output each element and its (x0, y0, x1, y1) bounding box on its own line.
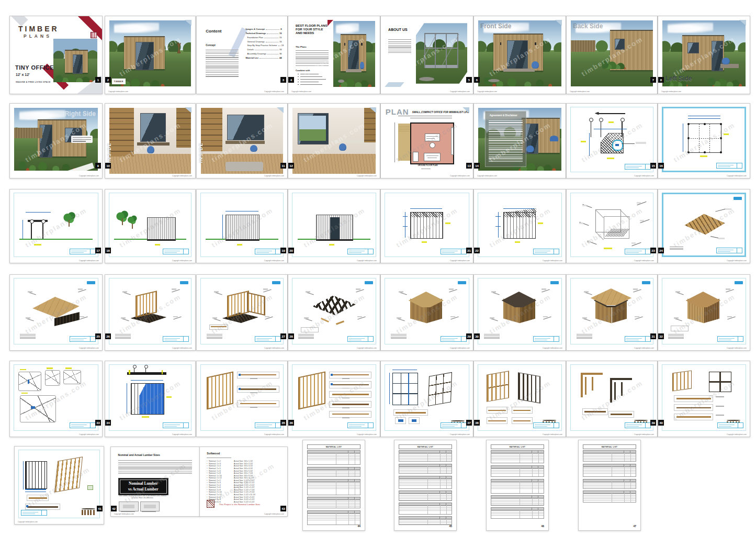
mark (645, 337, 646, 341)
leader-label (173, 316, 178, 318)
mark (442, 252, 455, 253)
page-right-side[interactable]: Right Sidetimberplans.comCopyright timbe… (9, 103, 103, 179)
page-step-roof[interactable]: timberplans.comCopyright timberplans.com (566, 274, 658, 351)
page-nominal-lumber[interactable]: Nominal and Actual Lumber SizesNominal L… (110, 447, 200, 517)
drawing-frame (292, 364, 376, 431)
page-step-sheathing-2[interactable]: timberplans.comCopyright timberplans.com (473, 274, 566, 351)
page-assembly-parts[interactable]: timberplans.comCopyright timberplans.com (658, 361, 750, 437)
drawing-frame (662, 278, 746, 344)
page-foundation-plan[interactable]: timberplans.comCopyright timberplans.com (658, 103, 750, 179)
page-front-side[interactable]: Front Sidetimberplans.comCopyright timbe… (473, 16, 566, 94)
page-insulation[interactable]: timberplans.comCopyright timberplans.com (105, 361, 196, 437)
page-exterior-photo[interactable]: TIMBERtimberplans.comCopyright timberpla… (105, 16, 196, 94)
lumber-part (332, 404, 369, 405)
yellow-label (166, 396, 172, 398)
toc-leader (259, 58, 278, 59)
stud-cap (543, 420, 556, 421)
lumber-banner: Nominal Lumbervs Actual Lumber (118, 478, 169, 495)
page-assembly-corner[interactable]: timberplans.comCopyright timberplans.com (566, 361, 658, 437)
page-plan[interactable]: PLANSMALL,COMPACT OFFICE FOR MINIMALIST … (380, 103, 473, 179)
page-assembly-walls-4[interactable]: timberplans.comCopyright timberplans.com (473, 361, 566, 437)
yellow-label (604, 248, 612, 249)
leader-label (674, 317, 679, 319)
leader-label (122, 291, 127, 293)
page-floor-frame-3d[interactable]: timberplans.comCopyright timberplans.com (658, 189, 750, 263)
page-step-roof-frame[interactable]: timberplans.comCopyright timberplans.com (288, 274, 380, 351)
page-general-3d[interactable]: timberplans.comCopyright timberplans.com (566, 189, 658, 263)
leader-label (675, 291, 680, 293)
page-details[interactable]: timberplans.comCopyright timberplans.com (9, 361, 103, 437)
page-material-list-1[interactable]: MATERIAL LIST44 (302, 440, 365, 531)
paragraph-lines (296, 50, 329, 66)
page-material-list-4[interactable]: MATERIAL LIST47 (578, 440, 641, 531)
page-section-1[interactable]: timberplans.comCopyright timberplans.com (380, 189, 473, 263)
page-number-badge: 7 (650, 77, 656, 83)
side-label: Back Side (573, 23, 603, 30)
page-assembly-frames[interactable]: timberplans.comCopyright timberplans.com (14, 446, 104, 525)
title-block (533, 249, 559, 254)
page-step-sheathing-1[interactable]: timberplans.comCopyright timberplans.com (380, 274, 473, 351)
drawing-frame (478, 278, 562, 344)
page-number-badge: 27 (280, 333, 286, 339)
notes-lines (577, 334, 592, 339)
clip-mark (398, 419, 403, 422)
leader-label (579, 222, 583, 224)
part-label-line (716, 396, 724, 397)
page-step-floor[interactable]: timberplans.comCopyright timberplans.com (9, 274, 103, 351)
table-body (491, 467, 544, 477)
page-disclaimer[interactable]: Agreement & Disclaimertimberplans.comCop… (473, 103, 566, 179)
page-material-list-3[interactable]: MATERIAL LIST46 (486, 440, 549, 531)
page-inside-2[interactable]: INSIDEtimberplans.comCopyright timberpla… (196, 103, 288, 179)
page-step-walls-2[interactable]: timberplans.comCopyright timberplans.com (196, 274, 288, 351)
page-material-list-2[interactable]: MATERIAL LIST45 (394, 440, 457, 531)
table-title-bar: MATERIAL LIST (307, 444, 360, 449)
page-content[interactable]: ContentConceptImages & Concept8Technical… (196, 16, 288, 94)
nominal-size: Nominal: 1 x 2 (209, 460, 234, 462)
page-number-badge: 19 (280, 248, 286, 253)
mark (275, 249, 276, 254)
screw-eye (620, 118, 625, 122)
title-block (21, 510, 47, 516)
copyright-text: Copyright timberplans.com (634, 433, 654, 436)
page-elevation-4[interactable]: timberplans.comCopyright timberplans.com (288, 189, 380, 263)
page-about-us[interactable]: ABOUT UStimberplans.comCopyright timberp… (380, 16, 473, 94)
pile-point (687, 123, 690, 125)
loose-stud (336, 320, 344, 325)
leader-label (640, 220, 644, 221)
page-softwood[interactable]: Softwood•Nominal: 1 x 2Actual Size: 3/4 … (199, 447, 288, 517)
plants (334, 70, 374, 87)
page-elevation-1[interactable]: timberplans.comCopyright timberplans.com (9, 189, 103, 263)
page-elevation-2[interactable]: timberplans.comCopyright timberplans.com (105, 189, 196, 263)
lumber-face (123, 505, 135, 508)
wall-section (131, 383, 164, 415)
notes-lines (207, 334, 222, 339)
ground-screw (591, 120, 592, 137)
page-assembly-walls-3[interactable]: timberplans.comCopyright timberplans.com (380, 361, 473, 437)
page-foundation-detail[interactable]: timberplans.comCopyright timberplans.com (566, 103, 658, 179)
part-box (27, 495, 49, 501)
page-cover[interactable]: TIMBERPLANSTINY OFFICE12' x 12'IMAGINE A… (9, 16, 103, 94)
page-best-floor-plans[interactable]: BEST FLOOR PLANS FOR YOUR STYLE AND NEED… (288, 16, 380, 94)
page-step-wall-1[interactable]: timberplans.comCopyright timberplans.com (105, 274, 196, 351)
mark (532, 452, 533, 463)
page-assembly-wall-2[interactable]: timberplans.comCopyright timberplans.com (288, 361, 380, 437)
title-block (347, 422, 374, 428)
mark (348, 452, 349, 464)
mark (737, 163, 737, 168)
page-inside-3[interactable]: timberplans.comCopyright timberplans.com (288, 103, 380, 179)
mark (22, 512, 38, 512)
copyright-text: Copyright timberplans.com (727, 347, 747, 349)
leader-label (304, 317, 309, 319)
page-inside-1[interactable]: INSIDEtimberplans.comCopyright timberpla… (105, 103, 196, 179)
page-left-side[interactable]: Left Sidetimberplans.comCopyright timber… (658, 16, 750, 94)
page-assembly-wall-1[interactable]: timberplans.comCopyright timberplans.com (196, 361, 288, 437)
lumber-part (488, 410, 506, 411)
page-section-2[interactable]: timberplans.comCopyright timberplans.com (473, 189, 566, 263)
umbrella (550, 136, 558, 141)
page-step-cladding[interactable]: timberplans.comCopyright timberplans.com (658, 274, 750, 351)
stud-wall-elevation (25, 461, 47, 489)
page-elevation-3[interactable]: timberplans.comCopyright timberplans.com (196, 189, 288, 263)
stud (87, 510, 89, 515)
page-back-side[interactable]: Back Sidetimberplans.comCopyright timber… (566, 16, 658, 94)
leader-label (265, 316, 269, 318)
